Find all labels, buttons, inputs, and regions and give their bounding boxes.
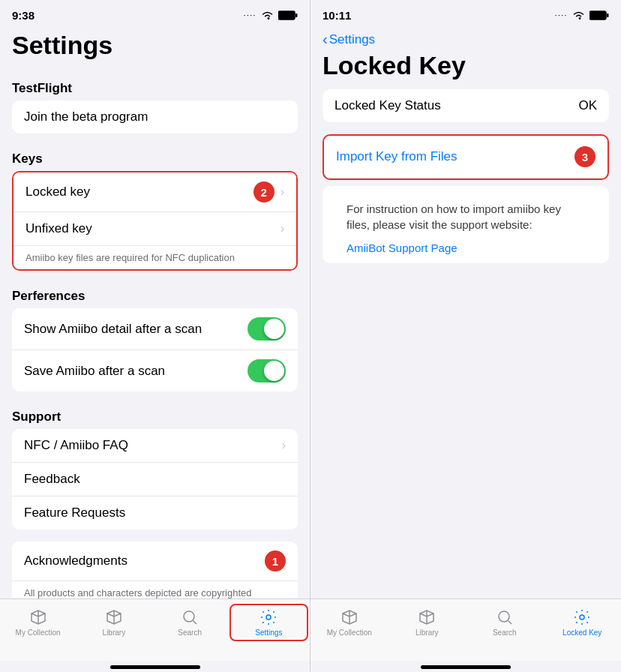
svg-point-9 — [580, 615, 584, 620]
back-chevron-icon: ‹ — [322, 31, 328, 48]
right-tab-search-label: Search — [493, 628, 517, 637]
save-amiibo-toggle[interactable] — [248, 359, 286, 382]
import-key-item[interactable]: Import Key from Files 3 — [324, 136, 608, 178]
acknowledgments-badge: 1 — [265, 550, 286, 572]
left-tab-library[interactable]: Library — [76, 605, 152, 640]
left-library-icon — [105, 608, 123, 626]
right-status-icons: ···· — [555, 10, 609, 20]
save-amiibo-item: Save Amiibo after a scan — [12, 350, 298, 392]
left-status-bar: 9:38 ···· — [0, 0, 310, 25]
svg-rect-0 — [278, 11, 295, 20]
feature-requests-item[interactable]: Feature Requests — [12, 496, 298, 530]
acknowledgments-label: Acknowledgments — [24, 554, 128, 568]
right-tab-lockedkey-label: Locked Key — [562, 628, 602, 637]
right-tab-search[interactable]: Search — [466, 605, 544, 640]
preferences-group: Show Amiibo detail after a scan Save Ami… — [12, 308, 298, 392]
locked-key-badge: 2 — [254, 182, 274, 202]
locked-key-right: 2 › — [254, 182, 284, 202]
right-time: 10:11 — [322, 9, 351, 22]
keys-header: Keys — [0, 140, 310, 171]
right-spacer — [310, 263, 621, 598]
back-nav[interactable]: ‹ Settings — [310, 25, 621, 50]
locked-key-item[interactable]: Locked key 2 › — [14, 172, 296, 212]
locked-key-status-value: OK — [578, 98, 597, 113]
show-detail-item: Show Amiibo detail after a scan — [12, 308, 298, 350]
left-tab-search[interactable]: Search — [152, 605, 228, 640]
left-wifi-icon — [261, 10, 274, 20]
unfixed-key-chevron: › — [280, 222, 284, 236]
import-group: Import Key from Files 3 — [322, 134, 609, 180]
left-tab-library-label: Library — [103, 628, 126, 637]
left-battery-icon — [278, 10, 298, 20]
right-home-indicator — [421, 665, 511, 669]
nfc-faq-label: NFC / Amiibo FAQ — [24, 438, 128, 453]
save-amiibo-label: Save Amiibo after a scan — [24, 364, 165, 379]
acknowledgments-item[interactable]: Acknowledgments 1 — [12, 542, 298, 581]
right-status-bar: 10:11 ···· — [310, 0, 621, 25]
left-tab-settings-label: Settings — [255, 628, 282, 637]
right-lockedkey-icon — [573, 608, 591, 626]
nfc-faq-chevron: › — [282, 439, 286, 452]
svg-rect-1 — [296, 14, 298, 17]
nfc-faq-item[interactable]: NFC / Amiibo FAQ › — [12, 429, 298, 463]
svg-rect-6 — [607, 14, 609, 17]
back-label: Settings — [329, 32, 375, 47]
support-header: Support — [0, 398, 310, 429]
import-key-label: Import Key from Files — [336, 149, 458, 164]
right-search-icon — [496, 608, 514, 626]
left-scroll-content: TestFlight Join the beta program Keys Lo… — [0, 69, 310, 598]
testflight-group: Join the beta program — [12, 100, 298, 134]
locked-key-label: Locked key — [26, 184, 90, 200]
svg-point-7 — [499, 611, 509, 622]
testflight-header: TestFlight — [0, 69, 310, 100]
left-tab-settings[interactable]: Settings — [230, 604, 308, 641]
join-beta-label: Join the beta program — [24, 110, 148, 124]
svg-rect-5 — [590, 11, 606, 20]
feedback-label: Feedback — [24, 472, 80, 487]
right-tab-mycollection[interactable]: My Collection — [310, 605, 388, 640]
svg-line-3 — [194, 621, 197, 625]
left-home-indicator — [110, 665, 200, 669]
left-tab-mycollection[interactable]: My Collection — [0, 605, 76, 640]
unfixed-key-label: Unfixed key — [26, 221, 92, 236]
locked-key-status-row: Locked Key Status OK — [322, 89, 609, 122]
locked-key-status-label: Locked Key Status — [334, 98, 441, 113]
right-tab-library[interactable]: Library — [388, 605, 466, 640]
acknowledgments-note: All products and characters depicted are… — [12, 581, 298, 598]
keys-note: Amiibo key files are required for NFC du… — [14, 246, 296, 269]
acknowledgments-group: Acknowledgments 1 All products and chara… — [12, 542, 298, 598]
feedback-item[interactable]: Feedback — [12, 463, 298, 496]
right-tab-mycollection-label: My Collection — [327, 628, 372, 637]
left-tab-mycollection-label: My Collection — [16, 628, 61, 637]
right-tab-library-label: Library — [416, 628, 439, 637]
right-signal: ···· — [555, 12, 568, 19]
feature-requests-label: Feature Requests — [24, 506, 125, 520]
left-tab-bar: My Collection Library Search Settings — [0, 598, 310, 661]
right-panel: 10:11 ···· ‹ Settings Locked Key Locked … — [310, 0, 621, 672]
right-page-title: Locked Key — [310, 50, 621, 89]
left-search-icon — [181, 608, 199, 626]
right-tab-lockedkey[interactable]: Locked Key — [544, 605, 622, 640]
svg-line-8 — [508, 621, 512, 625]
support-link[interactable]: AmiiBot Support Page — [334, 234, 470, 262]
left-settings-icon — [260, 608, 278, 626]
left-signal: ···· — [244, 12, 256, 19]
show-detail-label: Show Amiibo detail after a scan — [24, 322, 202, 337]
preferences-header: Perferences — [0, 277, 310, 308]
svg-point-4 — [266, 615, 271, 620]
join-beta-item[interactable]: Join the beta program — [12, 100, 298, 134]
right-tab-bar: My Collection Library Search Locked Key — [310, 598, 621, 661]
left-time: 9:38 — [12, 9, 34, 22]
right-collection-icon — [340, 608, 358, 626]
locked-key-chevron: › — [280, 185, 284, 199]
show-detail-toggle[interactable] — [248, 317, 286, 340]
support-group: NFC / Amiibo FAQ › Feedback Feature Requ… — [12, 429, 298, 530]
instruction-text: For instruction on how to import amiibo … — [334, 194, 597, 240]
keys-group: Locked key 2 › Unfixed key › Amiibo key … — [12, 171, 298, 271]
import-badge: 3 — [574, 146, 596, 167]
unfixed-key-item[interactable]: Unfixed key › — [14, 212, 296, 246]
left-panel: 9:38 ···· Settings TestFlight Join the b… — [0, 0, 310, 672]
left-collection-icon — [29, 608, 47, 626]
right-library-icon — [418, 608, 436, 626]
right-wifi-icon — [572, 10, 585, 20]
